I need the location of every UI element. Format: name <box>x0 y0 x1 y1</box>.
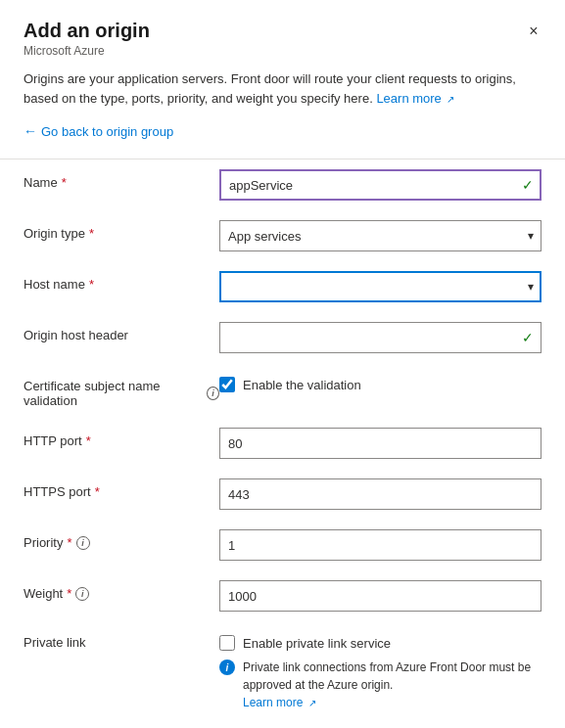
weight-control <box>219 580 541 612</box>
origin-host-header-label: Origin host header <box>24 322 219 342</box>
cert-validation-label: Certificate subject name validation i <box>24 373 219 408</box>
name-required: * <box>62 175 67 190</box>
name-control: ✓ <box>219 169 541 201</box>
private-link-section: Enable private link service i Private li… <box>219 631 541 711</box>
priority-input[interactable] <box>219 529 541 561</box>
dialog-subtitle: Microsoft Azure <box>24 44 541 58</box>
dialog-header: Add an origin Microsoft Azure × <box>0 0 565 69</box>
host-name-select[interactable] <box>219 271 541 302</box>
cert-validation-checkbox[interactable] <box>219 377 235 392</box>
priority-label: Priority * i <box>24 529 219 550</box>
back-arrow-icon: ← <box>24 123 37 139</box>
cert-validation-info-icon[interactable]: i <box>207 387 219 400</box>
origin-type-required: * <box>89 226 94 241</box>
http-port-input[interactable] <box>219 428 541 459</box>
learn-more-external-icon: ↗ <box>447 92 454 107</box>
private-link-checkbox[interactable] <box>219 635 235 651</box>
name-select-wrapper: ✓ <box>219 169 541 201</box>
host-name-label: Host name * <box>24 271 219 292</box>
priority-control <box>219 529 541 561</box>
description-learn-more-link[interactable]: Learn more <box>376 91 441 106</box>
origin-host-header-row: Origin host header ✓ <box>24 312 541 363</box>
http-port-required: * <box>86 433 91 448</box>
name-input[interactable] <box>219 169 541 201</box>
private-link-checkbox-row: Enable private link service <box>219 631 541 651</box>
cert-validation-checkbox-row: Enable the validation <box>219 373 541 392</box>
private-link-info: i Private link connections from Azure Fr… <box>219 659 541 711</box>
origin-type-label: Origin type * <box>24 220 219 241</box>
origin-host-header-control: ✓ <box>219 322 541 353</box>
close-button[interactable]: × <box>520 18 547 45</box>
origin-host-header-select-wrapper: ✓ <box>219 322 541 353</box>
form-body: Name * ✓ Origin type * App services <box>0 159 565 728</box>
cert-validation-control: Enable the validation <box>219 373 541 392</box>
http-port-control <box>219 428 541 459</box>
back-link-label: Go back to origin group <box>41 124 173 139</box>
weight-input[interactable] <box>219 580 541 612</box>
private-link-learn-more-link[interactable]: Learn more <box>243 696 303 709</box>
weight-info-icon[interactable]: i <box>75 587 89 601</box>
weight-label: Weight * i <box>24 580 219 601</box>
description-text: Origins are your application servers. Fr… <box>0 69 565 108</box>
origin-type-row: Origin type * App services ▾ <box>24 210 541 261</box>
http-port-row: HTTP port * <box>24 418 541 469</box>
private-link-learn-more-external-icon: ↗ <box>308 696 316 710</box>
back-to-origin-group-link[interactable]: ← Go back to origin group <box>0 123 565 139</box>
priority-required: * <box>67 535 71 550</box>
name-label: Name * <box>24 169 219 190</box>
origin-host-header-input[interactable] <box>219 322 541 353</box>
name-row: Name * ✓ <box>24 159 541 210</box>
private-link-checkbox-label: Enable private link service <box>243 636 391 651</box>
weight-row: Weight * i <box>24 570 541 621</box>
https-port-input[interactable] <box>219 478 541 510</box>
origin-type-select[interactable]: App services <box>219 220 541 251</box>
priority-row: Priority * i <box>24 520 541 570</box>
host-name-control: ▾ <box>219 271 541 302</box>
private-link-row: Private link Enable private link service… <box>24 621 541 721</box>
weight-required: * <box>67 586 71 601</box>
host-name-select-wrapper: ▾ <box>219 271 541 302</box>
https-port-row: HTTPS port * <box>24 469 541 520</box>
private-link-info-text: Private link connections from Azure Fron… <box>243 659 541 711</box>
add-origin-dialog: Add an origin Microsoft Azure × Origins … <box>0 0 565 728</box>
http-port-label: HTTP port * <box>24 428 219 448</box>
https-port-control <box>219 478 541 510</box>
cert-validation-row: Certificate subject name validation i En… <box>24 363 541 418</box>
cert-validation-checkbox-label: Enable the validation <box>243 378 361 392</box>
private-link-label: Private link <box>24 631 219 650</box>
host-name-row: Host name * ▾ <box>24 261 541 312</box>
priority-info-icon[interactable]: i <box>76 536 90 550</box>
private-link-info-icon: i <box>219 660 235 675</box>
https-port-label: HTTPS port * <box>24 478 219 499</box>
https-port-required: * <box>95 484 100 499</box>
host-name-required: * <box>89 277 94 292</box>
description-body: Origins are your application servers. Fr… <box>24 71 516 106</box>
origin-type-control: App services ▾ <box>219 220 541 251</box>
status-row: Status Enable this origin <box>24 721 541 728</box>
origin-type-select-wrapper: App services ▾ <box>219 220 541 251</box>
dialog-title: Add an origin <box>24 20 541 42</box>
